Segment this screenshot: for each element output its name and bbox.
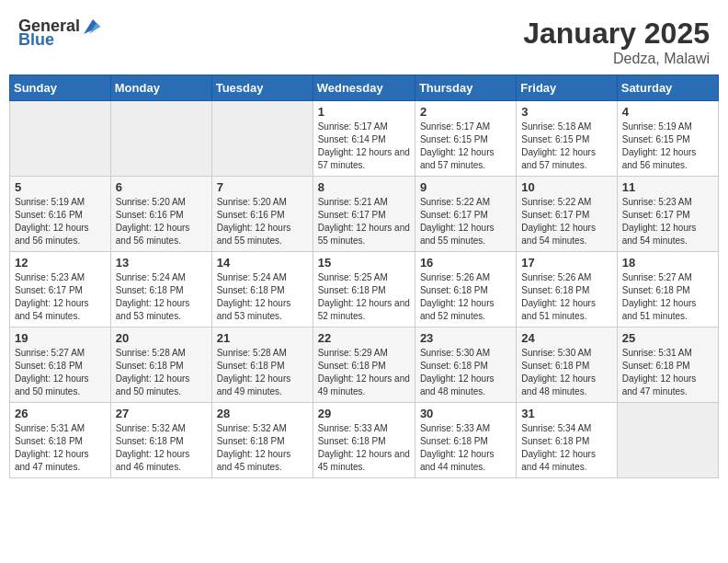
day-info: Sunrise: 5:28 AM Sunset: 6:18 PM Dayligh… [116,347,207,398]
day-number: 24 [521,331,611,345]
day-info: Sunrise: 5:21 AM Sunset: 6:17 PM Dayligh… [318,196,410,247]
day-number: 22 [318,331,410,345]
sunrise-text: Sunrise: 5:25 AM [318,272,388,282]
table-row: 28 Sunrise: 5:32 AM Sunset: 6:18 PM Dayl… [211,403,313,478]
daylight-text: Daylight: 12 hours and 47 minutes. [15,449,89,472]
sunrise-text: Sunrise: 5:20 AM [217,197,287,207]
table-row: 6 Sunrise: 5:20 AM Sunset: 6:16 PM Dayli… [110,177,211,252]
sunset-text: Sunset: 6:18 PM [217,361,285,371]
col-saturday: Saturday [617,75,718,101]
daylight-text: Daylight: 12 hours and 52 minutes. [318,298,410,321]
calendar-week-row: 19 Sunrise: 5:27 AM Sunset: 6:18 PM Dayl… [10,327,719,403]
col-friday: Friday [517,75,617,101]
day-number: 8 [318,180,410,194]
sunset-text: Sunset: 6:18 PM [622,285,690,295]
day-info: Sunrise: 5:17 AM Sunset: 6:14 PM Dayligh… [318,121,410,172]
daylight-text: Daylight: 12 hours and 54 minutes. [15,298,89,321]
sunrise-text: Sunrise: 5:30 AM [420,348,490,358]
table-row: 2 Sunrise: 5:17 AM Sunset: 6:15 PM Dayli… [415,101,516,177]
sunset-text: Sunset: 6:18 PM [420,436,488,446]
day-info: Sunrise: 5:19 AM Sunset: 6:16 PM Dayligh… [15,196,106,247]
sunset-text: Sunset: 6:17 PM [420,210,488,220]
day-info: Sunrise: 5:18 AM Sunset: 6:15 PM Dayligh… [521,121,611,172]
sunset-text: Sunset: 6:18 PM [217,436,285,446]
sunrise-text: Sunrise: 5:18 AM [521,121,591,132]
day-info: Sunrise: 5:26 AM Sunset: 6:18 PM Dayligh… [420,271,511,323]
sunset-text: Sunset: 6:18 PM [318,361,386,371]
sunrise-text: Sunrise: 5:31 AM [622,348,692,358]
col-thursday: Thursday [415,75,516,101]
day-number: 11 [622,180,713,194]
sunset-text: Sunset: 6:18 PM [622,361,690,371]
calendar-week-row: 12 Sunrise: 5:23 AM Sunset: 6:17 PM Dayl… [10,252,719,327]
day-info: Sunrise: 5:30 AM Sunset: 6:18 PM Dayligh… [521,347,611,398]
col-monday: Monday [110,75,211,101]
daylight-text: Daylight: 12 hours and 50 minutes. [15,373,89,396]
table-row: 8 Sunrise: 5:21 AM Sunset: 6:17 PM Dayli… [313,177,415,252]
sunrise-text: Sunrise: 5:34 AM [521,423,591,433]
daylight-text: Daylight: 12 hours and 48 minutes. [420,373,495,396]
sunset-text: Sunset: 6:17 PM [622,210,690,220]
day-info: Sunrise: 5:23 AM Sunset: 6:17 PM Dayligh… [622,196,713,247]
calendar-week-row: 26 Sunrise: 5:31 AM Sunset: 6:18 PM Dayl… [10,403,719,478]
day-number: 6 [116,180,207,194]
day-number: 13 [116,256,207,270]
day-number: 26 [15,407,106,420]
daylight-text: Daylight: 12 hours and 54 minutes. [521,223,596,246]
table-row: 5 Sunrise: 5:19 AM Sunset: 6:16 PM Dayli… [10,177,111,252]
table-row: 14 Sunrise: 5:24 AM Sunset: 6:18 PM Dayl… [211,252,313,327]
day-info: Sunrise: 5:25 AM Sunset: 6:18 PM Dayligh… [318,271,410,323]
day-number: 27 [116,407,207,420]
sunrise-text: Sunrise: 5:27 AM [622,272,692,282]
sunrise-text: Sunrise: 5:30 AM [521,348,591,358]
day-number: 10 [521,180,611,194]
table-row [211,101,313,177]
daylight-text: Daylight: 12 hours and 46 minutes. [116,449,190,472]
daylight-text: Daylight: 12 hours and 56 minutes. [15,223,89,246]
daylight-text: Daylight: 12 hours and 53 minutes. [217,298,291,321]
sunset-text: Sunset: 6:18 PM [116,436,184,446]
daylight-text: Daylight: 12 hours and 44 minutes. [420,449,495,472]
table-row [10,101,111,177]
sunset-text: Sunset: 6:18 PM [420,285,488,295]
sunrise-text: Sunrise: 5:33 AM [420,423,490,433]
daylight-text: Daylight: 12 hours and 52 minutes. [420,298,495,321]
sunrise-text: Sunrise: 5:21 AM [318,197,388,207]
day-info: Sunrise: 5:22 AM Sunset: 6:17 PM Dayligh… [521,196,611,247]
day-number: 12 [15,256,106,270]
col-wednesday: Wednesday [313,75,415,101]
day-info: Sunrise: 5:33 AM Sunset: 6:18 PM Dayligh… [420,422,511,474]
col-tuesday: Tuesday [211,75,313,101]
sunset-text: Sunset: 6:18 PM [15,361,83,371]
daylight-text: Daylight: 12 hours and 50 minutes. [116,373,190,396]
day-number: 25 [622,331,713,345]
day-number: 15 [318,256,410,270]
day-number: 16 [420,256,511,270]
daylight-text: Daylight: 12 hours and 55 minutes. [217,223,291,246]
day-number: 7 [217,180,308,194]
page-header: General Blue January 2025 Dedza, Malawi [9,9,719,71]
day-number: 19 [15,331,106,345]
daylight-text: Daylight: 12 hours and 56 minutes. [622,147,697,170]
sunset-text: Sunset: 6:17 PM [521,210,589,220]
col-sunday: Sunday [10,75,111,101]
table-row: 16 Sunrise: 5:26 AM Sunset: 6:18 PM Dayl… [415,252,516,327]
day-info: Sunrise: 5:27 AM Sunset: 6:18 PM Dayligh… [622,271,713,323]
day-number: 5 [15,180,106,194]
table-row: 21 Sunrise: 5:28 AM Sunset: 6:18 PM Dayl… [211,327,313,403]
sunrise-text: Sunrise: 5:32 AM [116,423,186,433]
day-number: 3 [521,105,611,119]
daylight-text: Daylight: 12 hours and 48 minutes. [521,373,596,396]
sunrise-text: Sunrise: 5:17 AM [318,121,388,132]
table-row: 1 Sunrise: 5:17 AM Sunset: 6:14 PM Dayli… [313,101,415,177]
title-area: January 2025 Dedza, Malawi [523,17,710,67]
logo-icon [80,17,100,36]
sunrise-text: Sunrise: 5:28 AM [217,348,287,358]
sunset-text: Sunset: 6:15 PM [420,134,488,144]
table-row: 31 Sunrise: 5:34 AM Sunset: 6:18 PM Dayl… [517,403,617,478]
daylight-text: Daylight: 12 hours and 49 minutes. [318,373,410,396]
sunrise-text: Sunrise: 5:33 AM [318,423,388,433]
sunset-text: Sunset: 6:16 PM [116,210,184,220]
daylight-text: Daylight: 12 hours and 45 minutes. [217,449,291,472]
daylight-text: Daylight: 12 hours and 51 minutes. [622,298,697,321]
